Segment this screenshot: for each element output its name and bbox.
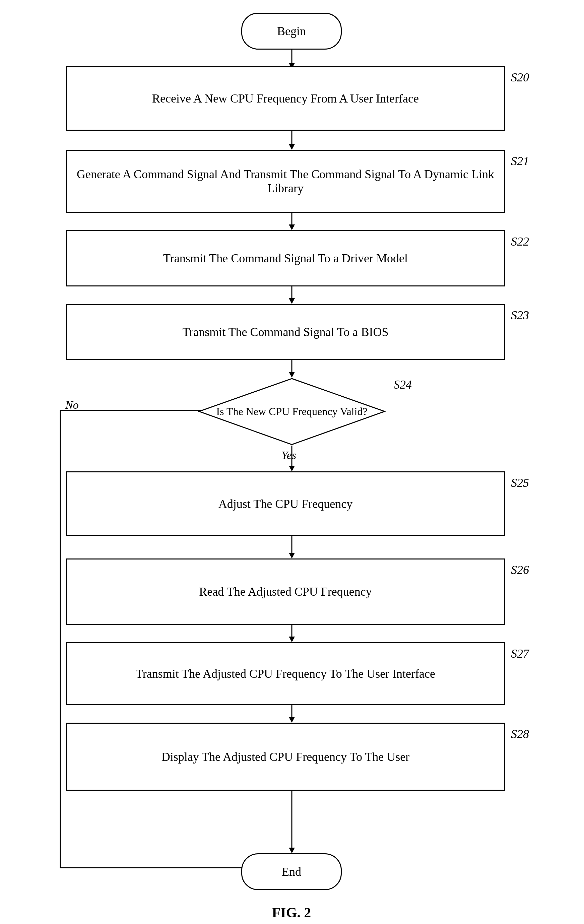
step-S21-label: Generate A Command Signal And Transmit T…: [74, 167, 497, 195]
svg-marker-11: [289, 466, 295, 471]
step-S26-label: Read The Adjusted CPU Frequency: [199, 585, 371, 599]
step-S20-box: Receive A New CPU Frequency From A User …: [66, 66, 505, 131]
step-S27-box: Transmit The Adjusted CPU Frequency To T…: [66, 642, 505, 705]
svg-marker-5: [289, 224, 295, 230]
step-S24-diamond: Is The New CPU Frequency Valid?: [198, 378, 386, 446]
svg-marker-9: [289, 372, 295, 378]
step-S21-id: S21: [511, 154, 529, 168]
svg-marker-7: [289, 298, 295, 304]
step-S24-label: Is The New CPU Frequency Valid?: [216, 405, 367, 418]
step-S23-box: Transmit The Command Signal To a BIOS: [66, 304, 505, 360]
step-S26-box: Read The Adjusted CPU Frequency: [66, 558, 505, 625]
step-S23-id: S23: [511, 308, 529, 322]
svg-marker-15: [289, 637, 295, 642]
step-S22-box: Transmit The Command Signal To a Driver …: [66, 230, 505, 286]
step-S25-label: Adjust The CPU Frequency: [218, 497, 353, 511]
step-S26-id: S26: [511, 563, 529, 577]
svg-marker-3: [289, 144, 295, 150]
step-S27-id: S27: [511, 647, 529, 661]
step-S22-label: Transmit The Command Signal To a Driver …: [163, 251, 408, 265]
yes-branch-label: Yes: [281, 449, 296, 462]
step-S25-id: S25: [511, 476, 529, 490]
svg-marker-13: [289, 553, 295, 558]
step-S22-id: S22: [511, 234, 529, 249]
step-S23-label: Transmit The Command Signal To a BIOS: [183, 325, 389, 339]
step-S25-box: Adjust The CPU Frequency: [66, 471, 505, 536]
step-S28-label: Display The Adjusted CPU Frequency To Th…: [162, 750, 409, 764]
step-S28-box: Display The Adjusted CPU Frequency To Th…: [66, 723, 505, 791]
end-label: End: [282, 865, 301, 879]
end-terminal: End: [241, 853, 342, 890]
step-S20-id: S20: [511, 70, 529, 84]
begin-label: Begin: [277, 24, 306, 38]
step-S24-id: S24: [394, 378, 412, 392]
svg-marker-19: [289, 848, 295, 853]
begin-terminal: Begin: [241, 13, 342, 50]
step-S27-label: Transmit The Adjusted CPU Frequency To T…: [136, 667, 435, 681]
step-S21-box: Generate A Command Signal And Transmit T…: [66, 150, 505, 213]
svg-marker-17: [289, 717, 295, 723]
no-branch-label: No: [65, 399, 79, 411]
step-S28-id: S28: [511, 727, 529, 741]
step-S20-label: Receive A New CPU Frequency From A User …: [152, 91, 419, 106]
figure-caption: FIG. 2: [234, 904, 348, 921]
diagram-container: Begin Receive A New CPU Frequency From A…: [0, 0, 584, 924]
